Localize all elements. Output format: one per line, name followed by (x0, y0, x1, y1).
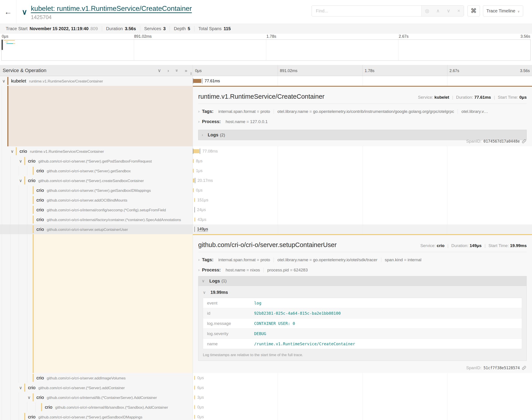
copy-link-icon[interactable] (522, 139, 526, 143)
log-field-row: name/runtime.v1.RuntimeService/CreateCon… (203, 339, 522, 349)
span-duration-bar (193, 169, 194, 173)
clear-find-icon[interactable]: × (457, 8, 460, 14)
keyboard-shortcuts-button[interactable]: ⌘ (468, 5, 480, 16)
process-accordion[interactable]: › Process: host.name = 127.0.0.1 (198, 119, 527, 124)
indent-guide (10, 234, 10, 373)
operation-name: github.com/cri-o/cri-o/server.setupConta… (47, 227, 128, 232)
trace-summary-bar: Trace StartNovember 15 2022, 11:19:40.80… (0, 24, 532, 33)
summary-value-suffix: .809 (89, 26, 98, 31)
expand-one-icon[interactable]: › (166, 68, 171, 73)
span-row[interactable]: ∨kubeletruntime.v1.RuntimeService/Create… (0, 76, 532, 86)
indent-guide (2, 205, 2, 215)
span-name: criogithub.com/cri-o/cri-o/internal/lib/… (45, 405, 168, 410)
tag-pill: host.name = nixos (222, 268, 264, 272)
span-row[interactable]: ∨criogithub.com/cri-o/cri-o/internal/lib… (0, 392, 532, 402)
trace-view-select[interactable]: Trace Timeline ∨ (483, 5, 523, 16)
expand-all-icon[interactable]: » (184, 68, 188, 73)
span-name: criogithub.com/cri-o/cri-o/internal/conf… (36, 207, 166, 212)
summary-item: Total Spans115 (194, 26, 235, 31)
next-match-icon[interactable]: ∨ (447, 8, 450, 14)
summary-value: 3 (163, 26, 166, 31)
chevron-right-icon: › (198, 109, 200, 114)
row-expand-chevron-icon[interactable]: ∨ (10, 149, 15, 154)
span-row[interactable]: criogithub.com/cri-o/cri-o/server.(*Serv… (0, 412, 532, 420)
detail-tint (34, 234, 193, 373)
tag-pill: internal.span.format = proto (215, 257, 274, 262)
row-gridline (362, 195, 363, 205)
span-name: criogithub.com/cri-o/cri-o/server.(*Serv… (36, 168, 131, 173)
span-row[interactable]: criogithub.com/cri-o/cri-o/internal/lib/… (0, 402, 532, 412)
jaeger-trace-page: ← ∨ kubelet: runtime.v1.RuntimeService/C… (0, 0, 532, 420)
row-expand-chevron-icon[interactable]: ∨ (27, 395, 31, 400)
span-row[interactable]: criogithub.com/cri-o/cri-o/internal/fact… (0, 215, 532, 225)
span-row[interactable]: criogithub.com/cri-o/cri-o/server.addIma… (0, 373, 532, 383)
row-expand-chevron-icon[interactable]: ∨ (18, 178, 23, 183)
summary-item: Trace StartNovember 15 2022, 11:19:40.80… (2, 26, 102, 31)
row-gridline (362, 373, 363, 383)
focus-match-icon[interactable]: ◎ (425, 8, 429, 14)
chevron-right-icon: › (198, 257, 200, 262)
tags-accordion[interactable]: › Tags: internal.span.format = protootel… (198, 257, 527, 262)
row-gridline (362, 156, 363, 166)
tags-accordion[interactable]: › Tags: internal.span.format = protootel… (198, 109, 527, 114)
summary-item: Services3 (140, 26, 170, 31)
service-color-bar (33, 206, 34, 214)
back-button[interactable]: ← (0, 0, 16, 24)
span-row[interactable]: ∨criogithub.com/cri-o/cri-o/server.(*Ser… (0, 176, 532, 185)
span-row[interactable]: ∨crioruntime.v1.RuntimeService/CreateCon… (0, 146, 532, 156)
service-name: crio (36, 395, 44, 400)
span-row[interactable]: criogithub.com/cri-o/cri-o/server.(*Serv… (0, 185, 532, 195)
row-expand-chevron-icon[interactable]: ∨ (18, 159, 23, 164)
span-row[interactable]: criogithub.com/cri-o/cri-o/server.setupC… (0, 225, 532, 234)
span-row[interactable]: ∨criogithub.com/cri-o/cri-o/server.(*Ser… (0, 156, 532, 166)
log-field-key: event (203, 301, 254, 306)
collapse-header-chevron-icon[interactable]: ∨ (22, 8, 27, 16)
span-name: criogithub.com/cri-o/cri-o/server.(*Serv… (28, 178, 144, 183)
span-row[interactable]: criogithub.com/cri-o/cri-o/internal/conf… (0, 205, 532, 215)
row-gridline (278, 146, 278, 156)
prev-match-icon[interactable]: ∧ (436, 8, 440, 14)
span-duration-label: 6μs (197, 385, 204, 390)
span-row[interactable]: criogithub.com/cri-o/cri-o/server.(*Serv… (0, 166, 532, 176)
row-expand-chevron-icon[interactable]: ∨ (1, 78, 6, 84)
service-name: crio (36, 188, 44, 193)
collapse-one-icon[interactable]: ∨ (157, 68, 162, 73)
log-field-row: log.messageCONTAINER USER: 0 (203, 318, 522, 329)
row-expand-chevron-icon[interactable]: ∨ (18, 385, 23, 390)
span-row[interactable]: criogithub.com/cri-o/cri-o/server.addOCI… (0, 195, 532, 205)
span-duration-label: 0μs (197, 415, 204, 419)
indent-guide (27, 234, 27, 373)
row-gridline (447, 402, 447, 412)
span-row[interactable]: ∨criogithub.com/cri-o/cri-o/server.(*Ser… (0, 383, 532, 392)
span-duration-label: 0μs (197, 376, 204, 380)
command-icon: ⌘ (471, 7, 477, 15)
span-boundary-line (194, 227, 195, 232)
service-color-bar (33, 393, 34, 401)
logs-accordion[interactable]: ∨ Logs(1) (198, 276, 526, 286)
summary-label: Trace Start (6, 26, 28, 31)
process-accordion[interactable]: › Process: host.name = nixosprocess.pid … (198, 268, 527, 272)
find-input[interactable] (312, 6, 421, 16)
trace-title-link[interactable]: kubelet: runtime.v1.RuntimeService/Creat… (31, 5, 192, 13)
indent-guide (2, 215, 2, 225)
timeline-tick: 1.78s (365, 69, 375, 73)
copy-link-icon[interactable] (522, 366, 526, 370)
timeline-tick: 3.56s (520, 34, 530, 39)
indent-guide (19, 185, 19, 195)
service-color-bar (7, 77, 8, 85)
trace-minimap[interactable] (1, 40, 531, 60)
column-resizer-grip[interactable] (191, 72, 192, 75)
row-gridline (278, 156, 278, 166)
row-gridline (362, 225, 363, 234)
indent-guide (35, 402, 36, 412)
span-detail-meta: Service: crio|Duration: 149μs|Start Time… (420, 243, 527, 248)
row-gridline (447, 383, 447, 392)
indent-guide (19, 205, 19, 215)
span-detail-panel-crio: github.com/cri-o/cri-o/server.setupConta… (0, 234, 532, 373)
log-fields-table: eventlogid92b82381-025c-4a64-815c-ba2e1b… (203, 298, 522, 349)
collapse-all-icon[interactable]: » (174, 68, 180, 73)
minimap-viewport-handle[interactable] (1, 40, 3, 50)
log-entry-timestamp[interactable]: ∨ 19.99ms (203, 290, 522, 295)
logs-accordion[interactable]: › Logs(2) (198, 130, 527, 140)
service-name: kubelet (11, 78, 26, 83)
